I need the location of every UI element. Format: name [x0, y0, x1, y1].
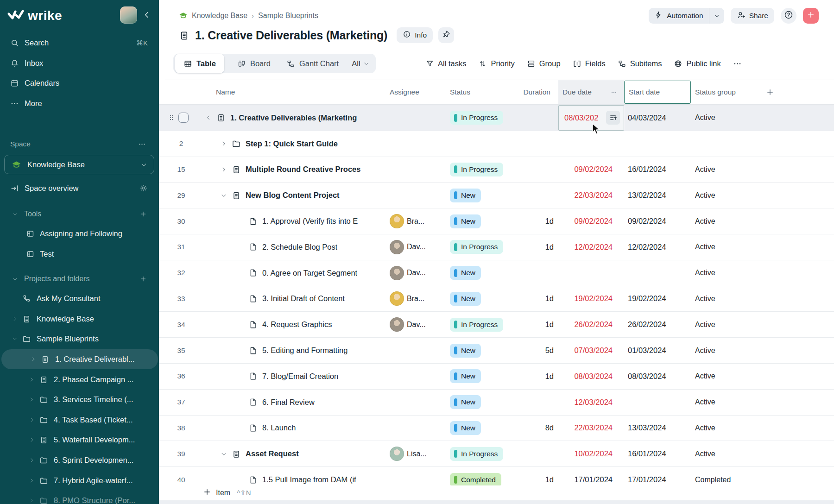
status-badge[interactable]: New [450, 214, 481, 228]
start-date-cell[interactable] [624, 260, 692, 286]
duration-cell[interactable]: 1d [524, 286, 558, 312]
due-date-cell[interactable] [558, 131, 624, 157]
due-date-cell[interactable]: 12/02/2024 [558, 234, 624, 260]
toolbar-more[interactable] [733, 59, 742, 68]
assignee-cell[interactable] [390, 183, 450, 208]
due-date-cell[interactable]: 12/03/2024 [558, 390, 624, 415]
table-row[interactable]: 15Multiple Round Creative ProcesIn Progr… [159, 157, 834, 183]
duration-cell[interactable] [524, 131, 558, 157]
start-date-cell[interactable]: 16/01/2024 [624, 157, 692, 183]
user-avatar[interactable] [120, 6, 137, 24]
add-icon[interactable] [139, 210, 147, 218]
task-name-cell[interactable]: Step 1: Quick Start Guide [205, 131, 390, 157]
status-badge[interactable]: Completed [450, 473, 501, 485]
start-date-cell[interactable]: 19/02/2024 [624, 286, 692, 312]
tab-board[interactable]: Board [234, 54, 273, 73]
chevron-right-icon[interactable] [221, 166, 227, 173]
due-date-cell[interactable]: 09/02/2024 [558, 208, 624, 234]
status-badge[interactable]: New [450, 395, 481, 409]
sidebar-item-assigning-and-following[interactable]: Assigning and Following [0, 224, 159, 244]
table-row[interactable]: 312. Schedule Blog PostDav...In Progress… [159, 234, 834, 260]
create-new-button[interactable] [803, 8, 819, 24]
start-date-header-selection[interactable]: Start date [624, 81, 691, 104]
assignee-cell[interactable] [390, 338, 450, 363]
status-badge[interactable]: In Progress [450, 111, 503, 125]
drag-handle-icon[interactable] [167, 113, 176, 122]
due-date-cell[interactable]: 22/03/2024 [558, 183, 624, 208]
status-group-cell[interactable]: Active [692, 312, 834, 337]
table-row[interactable]: 2Step 1: Quick Start Guide [159, 131, 834, 157]
due-date-cell[interactable]: 07/03/2024 [558, 338, 624, 363]
due-date-cell[interactable]: 09/02/2024 [558, 157, 624, 183]
sidebar-item-2-phased-campaign-[interactable]: 2. Phased Campaign ... [0, 369, 159, 390]
status-group-cell[interactable]: Active [692, 157, 834, 183]
automation-button[interactable]: Automation [649, 8, 724, 24]
duration-cell[interactable]: 1d [524, 312, 558, 337]
status-badge[interactable]: New [450, 266, 481, 280]
chevron-left-icon[interactable] [205, 114, 212, 121]
start-date-cell[interactable]: 09/02/2024 [624, 208, 692, 234]
table-header-start-date[interactable]: Start date [624, 80, 692, 104]
status-cell[interactable]: New [450, 390, 524, 415]
status-badge[interactable]: In Progress [450, 240, 503, 254]
start-date-cell[interactable]: 12/02/2024 [624, 234, 692, 260]
sidebar-item-space-overview[interactable]: Space overview [0, 178, 159, 198]
status-badge[interactable]: New [450, 421, 481, 435]
status-cell[interactable]: New [450, 260, 524, 286]
sidebar-item-1-creative-deliverabl-[interactable]: 1. Creative Deliverabl... [1, 349, 158, 370]
status-badge[interactable]: New [450, 292, 481, 306]
column-menu-icon[interactable] [610, 88, 618, 96]
assignee-cell[interactable] [390, 416, 450, 441]
table-row[interactable]: 355. Editing and FormattingNew5d07/03/20… [159, 338, 834, 364]
duration-cell[interactable] [524, 441, 558, 466]
toolbar-priority[interactable]: Priority [478, 59, 514, 68]
tab-gantt-chart[interactable]: Gantt Chart [284, 54, 341, 73]
status-badge[interactable]: New [450, 189, 481, 202]
toolbar-fields[interactable]: Fields [573, 59, 606, 68]
task-name-cell[interactable]: 7. Blog/Email Creation [205, 364, 390, 389]
due-date-cell[interactable]: 17/01/2024 [558, 467, 624, 485]
sidebar-item-ask-my-consultant[interactable]: Ask My Consultant [0, 289, 159, 309]
duration-cell[interactable] [524, 390, 558, 415]
due-date-cell[interactable]: 08/03/2024 [558, 364, 624, 389]
view-filter-dropdown[interactable]: All [352, 59, 369, 68]
start-date-cell[interactable]: 13/03/2024 [624, 416, 692, 441]
table-row[interactable]: 301. Approval (Verify fits into EBra...N… [159, 208, 834, 234]
sidebar-item-4-task-based-ticket-[interactable]: 4. Task Based (Ticket... [0, 410, 159, 430]
assignee-cell[interactable] [390, 131, 450, 157]
due-date-cell[interactable] [558, 260, 624, 286]
toolbar-public-link[interactable]: Public link [674, 59, 720, 68]
start-date-cell[interactable]: 08/03/2024 [624, 364, 692, 389]
breadcrumb-folder[interactable]: Sample Blueprints [258, 12, 318, 20]
tab-table[interactable]: Table [175, 54, 224, 73]
help-button[interactable] [781, 8, 796, 24]
status-group-cell[interactable]: Active [692, 364, 834, 389]
duration-cell[interactable] [524, 157, 558, 183]
automation-main[interactable]: Automation [649, 11, 708, 21]
table-row[interactable]: 29New Blog Content ProjectNew22/03/20241… [159, 183, 834, 208]
task-name-cell[interactable]: 0. Agree on Target Segment [205, 260, 390, 286]
add-item-bar[interactable]: Item ^⇧N [159, 485, 834, 500]
table-header-status-group[interactable]: Status group [692, 80, 834, 104]
start-date-cell[interactable]: 04/03/2024 [624, 105, 692, 131]
due-date-cell[interactable]: 08/03/202 [558, 105, 624, 131]
table-header-name[interactable]: Name [205, 80, 390, 104]
assignee-cell[interactable]: Dav... [390, 312, 450, 337]
due-date-cell[interactable]: 26/02/2024 [558, 312, 624, 337]
due-date-cell[interactable]: 10/02/2024 [558, 441, 624, 466]
toolbar-subitems[interactable]: Subitems [618, 59, 662, 68]
status-cell[interactable]: New [450, 364, 524, 389]
duration-cell[interactable]: 1d [524, 208, 558, 234]
table-row[interactable]: 344. Request GraphicsDav...In Progress1d… [159, 312, 834, 338]
task-name-cell[interactable]: 3. Initial Draft of Content [205, 286, 390, 312]
status-group-cell[interactable]: Active [692, 390, 834, 415]
sidebar-item-more[interactable]: More [0, 94, 159, 114]
status-badge[interactable]: In Progress [450, 163, 503, 176]
toolbar-group[interactable]: Group [527, 59, 561, 68]
assignee-cell[interactable] [390, 364, 450, 389]
status-cell[interactable]: In Progress [450, 157, 524, 183]
table-header-due-date[interactable]: Due date [558, 80, 624, 104]
task-name-cell[interactable]: 5. Editing and Formatting [205, 338, 390, 363]
start-date-cell[interactable]: 13/02/2024 [624, 183, 692, 208]
start-date-cell[interactable]: 17/01/2024 [624, 467, 692, 485]
